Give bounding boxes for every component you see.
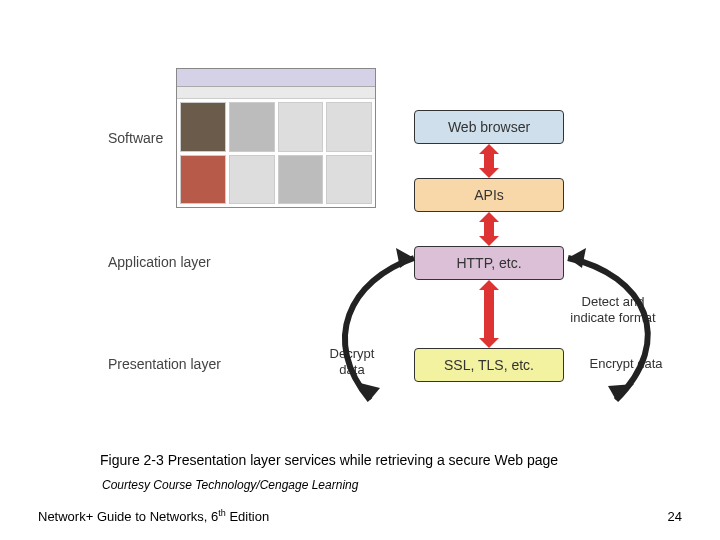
box-web-browser: Web browser <box>414 110 564 144</box>
footer-edition-sup: th <box>218 508 226 518</box>
curve-encrypt <box>556 250 686 420</box>
browser-screenshot <box>176 68 376 208</box>
arrow-browser-apis <box>484 152 494 170</box>
footer-book-title: Network+ Guide to Networks, 6 <box>38 509 218 524</box>
label-application-layer: Application layer <box>108 254 211 270</box>
figure-caption: Figure 2-3 Presentation layer services w… <box>100 452 558 468</box>
arrow-http-ssl <box>484 288 494 340</box>
label-presentation-layer: Presentation layer <box>108 356 221 372</box>
footer-book: Network+ Guide to Networks, 6th Edition <box>38 508 269 524</box>
page-number: 24 <box>668 509 682 524</box>
box-apis: APIs <box>414 178 564 212</box>
box-http: HTTP, etc. <box>414 246 564 280</box>
curve-decrypt <box>310 250 430 420</box>
label-software: Software <box>108 130 163 146</box>
figure-courtesy: Courtesy Course Technology/Cengage Learn… <box>102 478 358 492</box>
footer-edition-tail: Edition <box>226 509 269 524</box>
arrow-apis-http <box>484 220 494 238</box>
box-ssl: SSL, TLS, etc. <box>414 348 564 382</box>
